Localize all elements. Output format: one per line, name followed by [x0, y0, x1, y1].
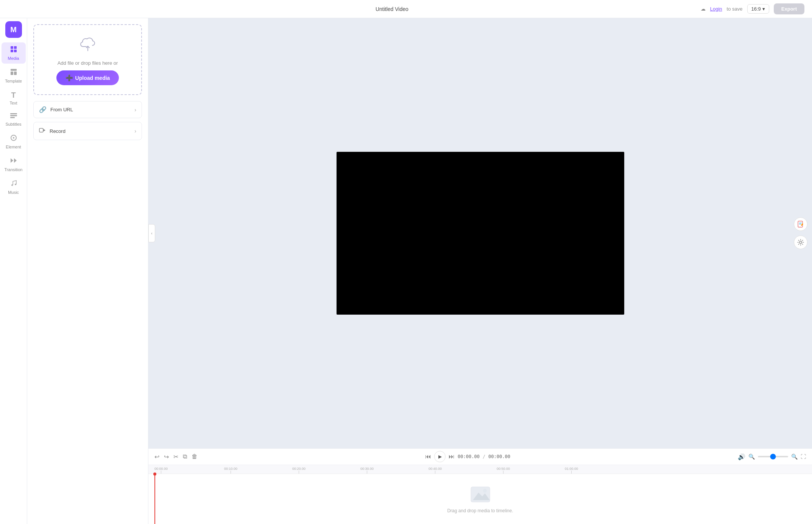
svg-rect-6	[14, 72, 17, 75]
aspect-ratio-value: 16:9	[751, 6, 761, 12]
transition-icon	[10, 157, 17, 166]
svg-point-22	[800, 241, 802, 243]
notepad-icon-button[interactable]	[794, 217, 807, 231]
timeline-ruler: 00:00.00 00:10.00 00:20.00 00:30.00	[148, 465, 812, 474]
text-icon: T	[11, 91, 16, 100]
ruler-mark-2: 00:20.00	[292, 467, 305, 474]
media-icon	[10, 45, 17, 55]
playback-controls: ⏮ ▶ ⏭ 00:00.00 / 00:00.00	[425, 451, 510, 462]
zoom-slider[interactable]	[758, 456, 788, 457]
app-logo[interactable]: M	[5, 21, 22, 38]
from-url-label: From URL	[50, 107, 73, 112]
svg-rect-8	[10, 115, 17, 116]
playhead	[154, 474, 155, 524]
upload-area: Add file or drop files here or ➕ Upload …	[33, 24, 142, 95]
timeline-content: 00:00.00 00:10.00 00:20.00 00:30.00	[148, 465, 812, 524]
current-time: 00:00.00	[458, 454, 480, 459]
ruler-mark-4: 00:40.00	[429, 467, 442, 474]
main-layout: M Media Template	[0, 18, 812, 524]
sidebar-item-template[interactable]: Template	[2, 65, 26, 86]
zoom-out-button[interactable]: 🔍	[748, 454, 755, 460]
drop-zone-image	[469, 485, 492, 505]
element-label: Element	[6, 145, 21, 149]
sidebar-item-transition[interactable]: Transition	[2, 154, 26, 175]
svg-rect-5	[11, 72, 13, 75]
aspect-ratio-selector[interactable]: 16:9 ▾	[747, 4, 769, 14]
subtitles-icon	[10, 113, 17, 121]
redo-button[interactable]: ↪	[164, 453, 169, 460]
zoom-controls: 🔊 🔍 🔍 ⛶	[738, 453, 806, 460]
template-label: Template	[5, 79, 22, 83]
svg-marker-18	[44, 129, 45, 131]
svg-rect-9	[10, 117, 15, 118]
volume-icon[interactable]: 🔊	[738, 453, 745, 460]
save-text: to save	[727, 6, 743, 12]
svg-point-14	[11, 184, 13, 186]
sidebar: M Media Template	[0, 18, 27, 524]
sidebar-item-element[interactable]: Element	[2, 131, 26, 152]
expand-timeline-button[interactable]: ⛶	[801, 454, 806, 460]
ruler-mark-1: 00:10.00	[224, 467, 237, 474]
side-tools	[794, 217, 807, 249]
zoom-in-button[interactable]: 🔍	[791, 454, 798, 460]
timeline-tracks: Drag and drop media to timeline.	[148, 474, 812, 524]
ruler-mark-6: 01:00.00	[565, 467, 578, 474]
drop-zone-hint: Drag and drop media to timeline.	[148, 474, 812, 524]
transition-label: Transition	[5, 167, 23, 172]
svg-rect-1	[14, 46, 17, 49]
time-separator: /	[483, 454, 485, 459]
subtitles-label: Subtitles	[5, 122, 21, 126]
plus-icon: ➕	[65, 74, 73, 81]
from-url-row[interactable]: 🔗 From URL ›	[33, 101, 142, 118]
svg-rect-7	[10, 113, 17, 114]
ruler-mark-5: 00:50.00	[497, 467, 510, 474]
sidebar-item-music[interactable]: Music	[2, 176, 26, 198]
svg-rect-3	[14, 50, 17, 52]
sidebar-item-text[interactable]: T Text	[2, 88, 26, 108]
settings-icon-button[interactable]	[794, 235, 807, 249]
cloud-upload-icon	[79, 34, 97, 56]
login-link[interactable]: Login	[710, 6, 722, 12]
element-icon	[10, 134, 17, 143]
playhead-dot	[153, 473, 156, 476]
record-row[interactable]: Record ›	[33, 122, 142, 140]
svg-point-15	[15, 184, 16, 185]
play-button[interactable]: ▶	[434, 451, 446, 462]
skip-back-button[interactable]: ⏮	[425, 453, 431, 460]
upload-btn-label: Upload media	[75, 75, 110, 81]
svg-marker-12	[11, 158, 13, 163]
video-title: Untitled Video	[376, 6, 408, 12]
sidebar-item-media[interactable]: Media	[2, 42, 26, 64]
text-label: Text	[9, 101, 17, 105]
copy-button[interactable]: ⧉	[183, 453, 187, 460]
ruler-mark-3: 00:30.00	[360, 467, 374, 474]
export-button[interactable]: Export	[774, 3, 804, 14]
record-left: Record	[39, 127, 65, 135]
svg-rect-17	[39, 128, 43, 132]
ruler-mark-0: 00:00.00	[154, 467, 168, 474]
topbar-right: ☁ Login to save 16:9 ▾ Export	[701, 3, 804, 14]
record-icon	[39, 127, 46, 135]
upload-media-button[interactable]: ➕ Upload media	[56, 70, 119, 85]
collapse-panel-button[interactable]: ‹	[148, 224, 155, 242]
timeline-toolbar: ↩ ↪ ✂ ⧉ 🗑 ⏮ ▶ ⏭ 00:00.00 / 00:00.00 🔊 🔍	[148, 449, 812, 465]
content-area: ‹	[148, 18, 812, 524]
save-icon: ☁	[701, 6, 706, 12]
skip-forward-button[interactable]: ⏭	[449, 453, 455, 460]
preview-area: ‹	[148, 18, 812, 448]
video-canvas	[337, 152, 624, 315]
upload-hint-text: Add file or drop files here or	[58, 60, 118, 66]
chevron-down-icon: ▾	[762, 6, 765, 12]
record-label: Record	[50, 128, 65, 134]
svg-rect-2	[11, 50, 13, 52]
total-time: 00:00.00	[488, 454, 510, 459]
media-panel: Add file or drop files here or ➕ Upload …	[27, 18, 148, 524]
undo-button[interactable]: ↩	[154, 453, 159, 460]
sidebar-item-subtitles[interactable]: Subtitles	[2, 110, 26, 129]
timeline-area: ↩ ↪ ✂ ⧉ 🗑 ⏮ ▶ ⏭ 00:00.00 / 00:00.00 🔊 🔍	[148, 448, 812, 524]
music-label: Music	[8, 190, 19, 195]
link-icon: 🔗	[39, 106, 47, 113]
cut-button[interactable]: ✂	[173, 453, 178, 460]
delete-button[interactable]: 🗑	[192, 453, 198, 460]
topbar: Untitled Video ☁ Login to save 16:9 ▾ Ex…	[0, 0, 812, 18]
